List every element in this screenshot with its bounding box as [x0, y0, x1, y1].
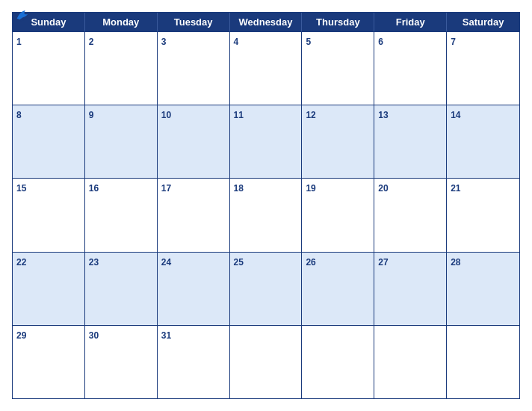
day-cell: 23	[85, 253, 158, 325]
day-number: 30	[89, 330, 99, 341]
day-cell: 9	[85, 105, 158, 178]
day-number: 24	[161, 257, 171, 268]
day-header-wednesday: Wednesday	[230, 13, 303, 31]
day-cell: 21	[447, 179, 519, 251]
day-cell	[447, 326, 519, 398]
day-cell: 30	[85, 326, 158, 398]
day-number: 10	[161, 110, 171, 120]
day-cell: 24	[158, 253, 230, 325]
day-number: 19	[306, 183, 315, 194]
day-number: 31	[161, 330, 171, 341]
day-cell: 4	[230, 32, 303, 105]
day-number: 17	[161, 183, 171, 194]
day-cell: 11	[230, 105, 303, 178]
day-number: 18	[234, 183, 244, 194]
day-number: 28	[451, 257, 460, 268]
day-cell	[302, 326, 374, 398]
day-number: 22	[16, 257, 26, 268]
day-cell: 12	[302, 105, 374, 178]
day-number: 29	[16, 330, 26, 341]
day-cell: 3	[158, 32, 230, 105]
day-number: 11	[234, 110, 244, 120]
day-header-monday: Monday	[85, 13, 158, 31]
day-cell: 8	[13, 105, 85, 178]
weeks-container: 1234567891011121314151617181920212223242…	[13, 31, 519, 398]
day-cell: 31	[158, 326, 230, 398]
day-cell: 17	[158, 179, 230, 251]
day-number: 5	[306, 37, 311, 47]
day-cell: 14	[447, 105, 519, 178]
day-number: 27	[378, 257, 388, 268]
week-row-2: 891011121314	[13, 105, 519, 178]
day-cell: 27	[374, 253, 447, 325]
day-cell: 15	[13, 179, 85, 251]
day-cell: 19	[302, 179, 374, 251]
week-row-1: 1234567	[13, 31, 519, 105]
day-cell: 5	[302, 32, 374, 105]
day-cell: 13	[374, 105, 447, 178]
day-cell: 6	[374, 32, 447, 105]
day-number: 15	[16, 183, 26, 194]
logo-area	[12, 7, 31, 24]
day-header-friday: Friday	[374, 13, 447, 31]
day-header-thursday: Thursday	[302, 13, 374, 31]
day-number: 23	[89, 257, 99, 268]
day-number: 20	[378, 183, 388, 194]
day-cell	[374, 326, 447, 398]
day-number: 3	[161, 37, 167, 47]
day-number: 21	[451, 183, 460, 194]
day-number: 13	[378, 110, 388, 120]
day-number: 25	[234, 257, 244, 268]
day-number: 9	[89, 110, 94, 120]
day-header-saturday: Saturday	[447, 13, 519, 31]
day-number: 26	[306, 257, 315, 268]
day-cell: 2	[85, 32, 158, 105]
week-row-3: 15161718192021	[13, 178, 519, 251]
day-number: 6	[378, 37, 383, 47]
day-number: 14	[451, 110, 460, 120]
day-cell: 20	[374, 179, 447, 251]
day-cell: 7	[447, 32, 519, 105]
day-number: 7	[451, 37, 456, 47]
week-row-4: 22232425262728	[13, 252, 519, 325]
day-number: 12	[306, 110, 315, 120]
day-cell: 22	[13, 253, 85, 325]
logo-bird-icon	[14, 7, 31, 24]
day-cell: 28	[447, 253, 519, 325]
day-cell: 10	[158, 105, 230, 178]
day-cell: 18	[230, 179, 303, 251]
calendar-container: SundayMondayTuesdayWednesdayThursdayFrid…	[0, 0, 532, 411]
week-row-5: 293031	[13, 325, 519, 398]
day-cell: 1	[13, 32, 85, 105]
day-number: 8	[16, 110, 22, 120]
day-number: 16	[89, 183, 99, 194]
day-number: 4	[234, 37, 239, 47]
day-number: 1	[16, 37, 22, 47]
day-header-tuesday: Tuesday	[158, 13, 230, 31]
day-number: 2	[89, 37, 94, 47]
day-headers-row: SundayMondayTuesdayWednesdayThursdayFrid…	[13, 13, 519, 31]
day-cell: 16	[85, 179, 158, 251]
day-cell: 25	[230, 253, 303, 325]
calendar-grid: SundayMondayTuesdayWednesdayThursdayFrid…	[12, 12, 520, 399]
day-cell	[230, 326, 303, 398]
day-cell: 26	[302, 253, 374, 325]
day-cell: 29	[13, 326, 85, 398]
